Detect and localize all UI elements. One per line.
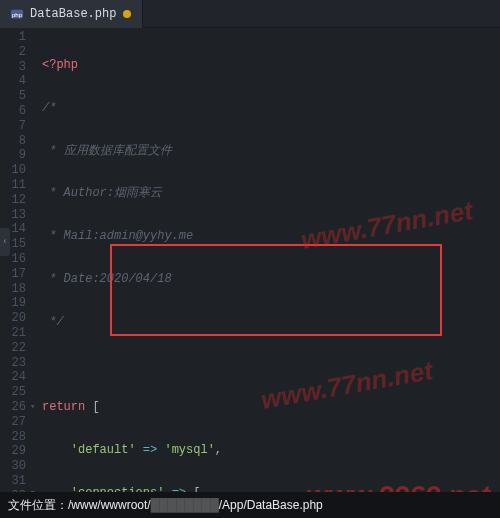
code-text: * 应用数据库配置文件: [42, 144, 172, 158]
code-text: <?php: [42, 58, 78, 72]
line-number: 25: [0, 385, 26, 400]
code-text: return: [42, 400, 85, 414]
line-number: 23: [0, 356, 26, 371]
line-number: 2: [0, 45, 26, 60]
line-number: 5: [0, 89, 26, 104]
code-text: * Mail:admin@yyhy.me: [42, 229, 193, 243]
code-text: * Date:2020/04/18: [42, 272, 172, 286]
svg-point-2: [123, 10, 131, 18]
line-number: 13: [0, 208, 26, 223]
svg-text:php: php: [12, 10, 23, 17]
code-text: [: [85, 400, 99, 414]
line-number: 8: [0, 134, 26, 149]
line-number: 12: [0, 193, 26, 208]
code-content[interactable]: <?php /* * 应用数据库配置文件 * Author:烟雨寒云 * Mai…: [36, 28, 500, 490]
line-number: 28: [0, 430, 26, 445]
line-number: 20: [0, 311, 26, 326]
line-number: 11: [0, 178, 26, 193]
code-text: 'default': [71, 443, 136, 457]
line-number: 26: [0, 400, 26, 415]
line-number: 4: [0, 74, 26, 89]
line-number: 27: [0, 415, 26, 430]
tab-filename: DataBase.php: [30, 7, 116, 21]
status-bar: 文件位置： /www/wwwroot/ ████████ /App/DataBa…: [0, 492, 500, 518]
fold-arrow-icon[interactable]: ▾: [30, 400, 35, 415]
side-panel-handle[interactable]: ‹: [0, 228, 10, 256]
code-text: [42, 358, 500, 373]
code-text: * Author:烟雨寒云: [42, 186, 162, 200]
line-number: 1: [0, 30, 26, 45]
status-path-prefix: /www/wwwroot/: [68, 498, 151, 512]
code-text: */: [42, 315, 64, 329]
line-number-gutter: 1 2 3 4 5 6 7 8 9 10 11 12 13 14 15 16 1…: [0, 28, 36, 490]
unsaved-indicator-icon: [122, 9, 132, 19]
line-number: 30: [0, 459, 26, 474]
php-file-icon: php: [10, 7, 24, 21]
line-number: 24: [0, 370, 26, 385]
line-number: 19: [0, 296, 26, 311]
line-number: 31: [0, 474, 26, 489]
line-number: 3: [0, 60, 26, 75]
line-number: 18: [0, 282, 26, 297]
file-tab[interactable]: php DataBase.php: [0, 0, 143, 28]
line-number: 29: [0, 444, 26, 459]
status-path-suffix: /App/DataBase.php: [219, 498, 323, 512]
tab-bar: php DataBase.php: [0, 0, 500, 28]
line-number: 17: [0, 267, 26, 282]
line-number: 9: [0, 148, 26, 163]
line-number: 7: [0, 119, 26, 134]
code-text: /*: [42, 101, 56, 115]
line-number: 21: [0, 326, 26, 341]
line-number: 22: [0, 341, 26, 356]
line-number: 6: [0, 104, 26, 119]
line-number: 10: [0, 163, 26, 178]
status-label: 文件位置：: [8, 497, 68, 514]
code-editor[interactable]: 1 2 3 4 5 6 7 8 9 10 11 12 13 14 15 16 1…: [0, 28, 500, 490]
